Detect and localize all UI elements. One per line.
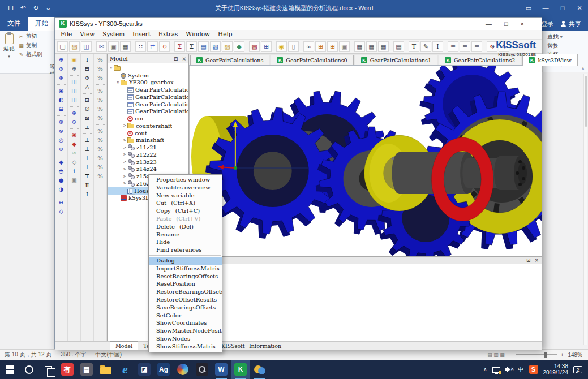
tree-expander-icon[interactable]: v [115,80,121,85]
toolbox-element-icon[interactable]: ⊙ [82,74,93,82]
toolbox-element-icon[interactable]: ⊕ [56,55,67,64]
toolbox-element-icon[interactable]: ◫ [69,87,80,95]
tree-expander-icon[interactable]: > [122,181,127,186]
toolbox-element-icon[interactable]: ⊟ [82,64,93,73]
tree-item-cout[interactable]: cout [108,130,188,137]
tree-expander-icon[interactable]: v [109,66,114,70]
minimize-icon[interactable]: — [537,0,554,16]
menu-file[interactable]: File [57,30,76,39]
open-file-button[interactable]: ▨ [69,41,80,52]
calc-table-button[interactable]: ▤ [198,41,209,52]
toolbox-element-icon[interactable]: ◇ [56,207,67,216]
toolbox-element-icon[interactable]: % [95,64,106,73]
menu-item-showmasternodepositiontable[interactable]: ShowMasterNodePositionTable [149,327,222,335]
toolbox-element-icon[interactable]: ◆ [69,140,80,148]
text-i-button[interactable]: I [432,41,443,52]
doc-tab-GearPairCalculations1[interactable]: KGearPairCalculations1 [355,55,437,65]
taskbar-app-edge[interactable]: e [115,360,135,379]
clipboard-button[interactable]: ▯ [288,41,299,52]
kisssys-titlebar[interactable]: K KISSsys - YF300-5gear.ks —□× [55,18,542,30]
toolbox-element-icon[interactable]: ◑ [56,185,67,193]
menu-item-delete[interactable]: Delete(Del) [149,223,222,231]
view-switcher-icons[interactable]: ▤ ▥ ▦ [487,352,505,358]
grid-button[interactable]: ⊞ [261,41,272,52]
toolbox-element-icon[interactable]: ◫ [69,77,80,86]
ime-indicator[interactable]: 中 [518,365,524,373]
menu-item-shownodes[interactable]: ShowNodes [149,335,222,343]
menu-item-dialog[interactable]: Dialog [149,257,222,265]
toolbox-element-icon[interactable]: ⊙ [69,118,80,126]
table-3-button[interactable]: ▦ [378,41,389,52]
menu-item-variables-overview[interactable]: Variables overview [149,184,222,192]
doc-tab-GearPairCalculations0[interactable]: KGearPairCalculations0 [271,55,353,65]
toolbox-element-icon[interactable]: ≋ [69,149,80,157]
toolbox-element-icon[interactable]: ⊤ [82,172,93,180]
tray-expand-icon[interactable]: ∧ [483,367,487,372]
quick-access-menu-icon[interactable]: ⌄ [45,4,51,12]
toolbox-element-icon[interactable]: % [95,96,106,104]
menu-item-setcolor[interactable]: SetColor [149,312,222,320]
menu-item-savebearingsoffsets[interactable]: SaveBearingsOffsets [149,304,222,312]
copy-element-button[interactable]: ▣ [339,41,350,52]
find-button[interactable]: 查找 ▾ [547,32,588,41]
volume-muted-icon[interactable]: ✕ [505,366,513,373]
toolbox-element-icon[interactable]: % [95,105,106,113]
efficiency-button[interactable]: ▨ [222,41,233,52]
menu-item-restoreoffsetresults[interactable]: RestoreOffsetResults [149,296,222,304]
toolbox-element-icon[interactable]: Ⅱ [82,181,93,190]
panel-tab-information[interactable]: Information [244,342,286,350]
maximize-icon[interactable]: □ [554,0,571,16]
save-icon[interactable]: ⊟ [8,4,14,12]
new-file-button[interactable]: ▢ [57,41,68,52]
output-float-icon[interactable]: ⊡ [526,257,531,263]
toolbox-element-icon[interactable]: ◆ [56,158,67,166]
menu-extras[interactable]: Extras [154,30,182,39]
menu-item-showstiffnessmatrix[interactable]: ShowStiffnessMatrix [149,343,222,351]
toolbox-element-icon[interactable]: ● [56,176,67,184]
toolbox-element-icon[interactable]: ⊡ [82,96,93,104]
doc-tab-GearPairCalculations[interactable]: KGearPairCalculations [190,55,269,65]
word-tab-文件[interactable]: 文件 [0,17,28,31]
menu-item-cut[interactable]: Cut(Ctrl+X) [149,199,222,207]
kisssoft-calc-button[interactable]: ▧ [210,41,221,52]
redo-icon[interactable]: ↻ [33,4,38,12]
toolbox-element-icon[interactable]: ◐ [56,96,67,104]
taskbar-app-ag-app[interactable]: Ag [154,360,173,379]
align-2-button[interactable]: ≡ [460,41,470,52]
menu-item-resetbearingsoffsets[interactable]: ResetBearingsOffsets [149,273,222,281]
toolbox-element-icon[interactable]: ⊛ [56,74,67,82]
toolbox-element-icon[interactable]: ⊥ [82,163,93,171]
tree-item-z12z22[interactable]: >z12z22 [108,151,188,158]
toolbox-element-icon[interactable]: ▣ [69,55,80,64]
sigma-button[interactable]: Σ [186,41,197,52]
sogou-ime-icon[interactable]: S [529,365,538,374]
toolbox-element-icon[interactable]: ◉ [69,131,80,139]
task-view-button[interactable] [38,360,58,379]
tree-expander-icon[interactable]: > [122,138,127,143]
toolbox-element-icon[interactable]: % [95,163,106,171]
panel-close-icon[interactable]: × [182,56,186,62]
text-t-button[interactable]: T [409,41,419,52]
taskbar-app-swirl[interactable] [173,360,192,379]
print-button[interactable]: ▤ [393,41,404,52]
toolbox-element-icon[interactable]: ▣ [69,176,80,184]
zoom-level[interactable]: 148% [568,352,582,358]
toolbox-element-icon[interactable]: % [95,136,106,144]
box-1-button[interactable]: ⊞ [315,41,326,52]
close-icon[interactable]: ✕ [571,0,588,16]
taskbar-app-notes[interactable]: ▤ [77,360,96,379]
toolbox-element-icon[interactable]: % [95,127,106,135]
cut-button[interactable]: ✂剪切 [18,33,42,40]
menu-system[interactable]: System [98,30,128,39]
menu-item-hide[interactable]: Hide [149,238,222,246]
menu-item-restorebearingsoffsets[interactable]: RestoreBearingsOffsets [149,288,222,296]
tree-expander-icon[interactable]: > [122,123,127,128]
toolbox-element-icon[interactable]: % [95,145,106,153]
tree-expander-icon[interactable]: > [122,167,127,171]
network-icon[interactable] [492,367,500,373]
edit-pen-button[interactable]: ✎ [420,41,431,52]
sum-red-button[interactable]: Σ [174,41,185,52]
tree-item-z14z24[interactable]: >z14z24 [108,166,188,173]
zoom-slider[interactable] [516,354,557,355]
box-2-button[interactable]: ⊞ [327,41,338,52]
